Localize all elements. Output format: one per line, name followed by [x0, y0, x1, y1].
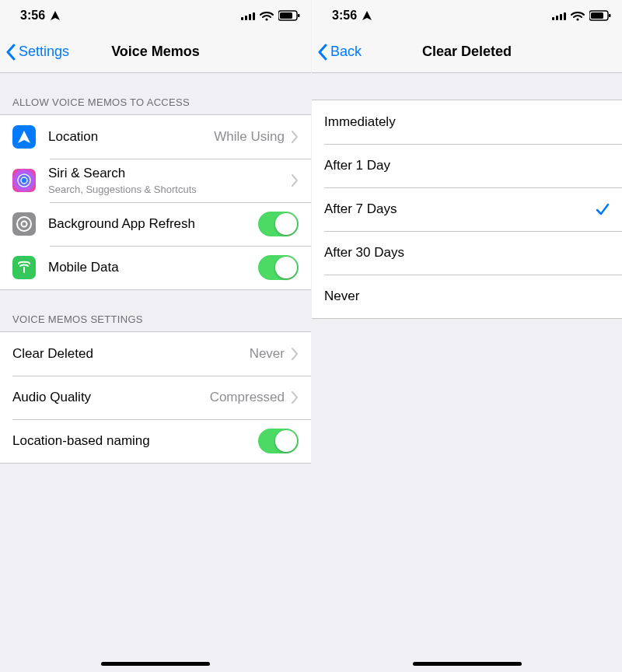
- option-row[interactable]: Never: [312, 275, 622, 318]
- back-label: Settings: [19, 44, 69, 60]
- status-bar: 3:56: [0, 0, 311, 31]
- option-label: After 1 Day: [324, 157, 610, 173]
- chevron-left-icon: [316, 44, 329, 61]
- option-label: Never: [324, 288, 610, 304]
- row-background-refresh[interactable]: Background App Refresh: [0, 202, 311, 246]
- back-button[interactable]: Back: [316, 44, 362, 61]
- siri-icon: [12, 169, 36, 192]
- option-label: After 7 Days: [324, 201, 596, 217]
- option-row[interactable]: After 30 Days: [312, 231, 622, 275]
- nav-bar: Back Clear Deleted: [312, 31, 622, 73]
- back-label: Back: [330, 44, 362, 60]
- chevron-right-icon: [291, 391, 299, 404]
- battery-icon: [278, 10, 300, 21]
- chevron-right-icon: [291, 174, 299, 187]
- page-title: Voice Memos: [111, 44, 200, 60]
- row-mobile-data[interactable]: Mobile Data: [0, 246, 311, 289]
- option-label: Immediately: [324, 114, 610, 130]
- location-icon: [12, 125, 36, 149]
- home-indicator[interactable]: [413, 662, 522, 666]
- section-header-settings: VOICE MEMOS SETTINGS: [0, 290, 311, 331]
- row-title: Siri & Search: [48, 165, 291, 181]
- cellular-signal-icon: [552, 11, 566, 20]
- chevron-right-icon: [291, 131, 299, 143]
- row-value: Never: [250, 346, 285, 362]
- refresh-icon: [12, 212, 36, 236]
- status-time: 3:56: [332, 9, 357, 23]
- back-button[interactable]: Settings: [5, 44, 69, 61]
- row-value: While Using: [214, 129, 285, 145]
- option-label: After 30 Days: [324, 244, 610, 261]
- option-row[interactable]: After 1 Day: [312, 144, 622, 187]
- list-clear-deleted-options: ImmediatelyAfter 1 DayAfter 7 DaysAfter …: [312, 100, 622, 319]
- row-title: Location: [48, 128, 214, 145]
- toggle-mobile-data[interactable]: [258, 255, 299, 280]
- nav-bar: Settings Voice Memos: [0, 31, 311, 73]
- checkmark-icon: [596, 202, 610, 216]
- home-indicator[interactable]: [101, 662, 210, 666]
- location-services-icon: [362, 10, 372, 21]
- list-settings: Clear Deleted Never Audio Quality Compre…: [0, 331, 311, 464]
- row-location[interactable]: Location While Using: [0, 115, 311, 159]
- row-title: Background App Refresh: [48, 215, 258, 232]
- status-bar: 3:56: [312, 0, 622, 31]
- toggle-location-naming[interactable]: [258, 429, 299, 453]
- cellular-signal-icon: [241, 11, 255, 20]
- row-title: Clear Deleted: [12, 345, 250, 362]
- mobile-data-icon: [12, 256, 36, 279]
- row-audio-quality[interactable]: Audio Quality Compressed: [0, 376, 311, 419]
- wifi-icon: [571, 11, 585, 21]
- wifi-icon: [260, 11, 274, 21]
- option-row[interactable]: Immediately: [312, 100, 622, 144]
- toggle-background-refresh[interactable]: [258, 212, 299, 236]
- row-clear-deleted[interactable]: Clear Deleted Never: [0, 332, 311, 376]
- chevron-left-icon: [5, 44, 17, 61]
- row-location-naming[interactable]: Location-based naming: [0, 419, 311, 463]
- page-title: Clear Deleted: [422, 44, 512, 60]
- battery-icon: [589, 10, 611, 21]
- row-value: Compressed: [210, 390, 285, 405]
- screen-voice-memos-settings: 3:56 Settings Voice Memos ALLOW VOICE ME…: [0, 0, 311, 672]
- row-title: Mobile Data: [48, 259, 258, 275]
- location-services-icon: [50, 10, 61, 21]
- row-subtitle: Search, Suggestions & Shortcuts: [48, 184, 291, 196]
- screen-clear-deleted: 3:56 Back Clear Deleted ImmediatelyAfter…: [311, 0, 622, 672]
- option-row[interactable]: After 7 Days: [312, 187, 622, 231]
- section-header-access: ALLOW VOICE MEMOS TO ACCESS: [0, 73, 311, 114]
- status-time: 3:56: [20, 9, 45, 23]
- row-title: Location-based naming: [12, 432, 258, 449]
- chevron-right-icon: [291, 348, 299, 360]
- row-siri-search[interactable]: Siri & Search Search, Suggestions & Shor…: [0, 159, 311, 202]
- row-title: Audio Quality: [12, 389, 210, 405]
- list-access: Location While Using Siri & Search Searc…: [0, 114, 311, 290]
